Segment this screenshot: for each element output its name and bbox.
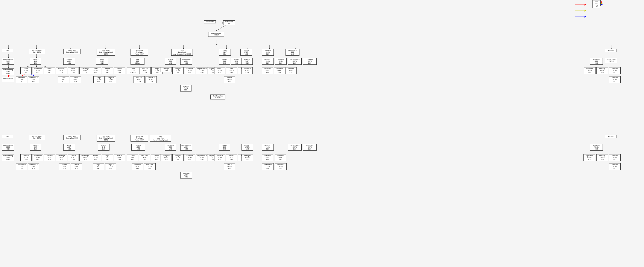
- strength-iii-bottom: Strength III(3:15)1001: [160, 154, 172, 161]
- healing-top: Healing(INST)1010: [240, 49, 252, 56]
- slowness-ii-bottom: Slowness II(4:30)0101: [275, 163, 286, 170]
- resistance-ii-top: Resistance II(0:22)0011: [32, 67, 43, 74]
- regeneration-iii-bottom: Regeneration III(0:48)1000: [196, 154, 208, 161]
- nether-wart-node: Nether Wart(+4): [223, 21, 235, 25]
- rabbit-foot-top: Rabbit FootFrog LegsFeather (COR): [130, 49, 148, 56]
- curse-b-top: Curse(1:00)0111: [58, 76, 69, 83]
- fatigue-ii-a-bottom: Fatigue II(4:30)0001: [93, 163, 104, 170]
- fatigue-ii-top: Fatigue(4:00)0001: [94, 76, 104, 83]
- slow-fall-ii-bottom: Slow Fall II(6:30)0001: [139, 154, 150, 161]
- thorns-a-top: Thorns(1:00)1011: [20, 67, 32, 74]
- jump-top: Jump(3:00)1100 b10: [130, 58, 144, 65]
- weakness-ii-bottom: Weakness(6:30)0001: [184, 154, 195, 161]
- waterbreathing-8-top: Waterbreathing(8:00)0010: [2, 68, 14, 75]
- gills-top: Gills: [2, 49, 13, 52]
- awkward-potion-node: Awkward potion0000 b4: [208, 32, 224, 37]
- prickly-powder-bark-top: Prickly PowderBark (COR): [29, 49, 45, 54]
- bubbling-potion-top: Bubbling potion0000 b8: [210, 95, 226, 99]
- blindness-top: Blindness(0:14)0111: [609, 67, 620, 74]
- swiftness-iii-bottom: Swiftness III(3:15)0100: [262, 154, 273, 161]
- strength-ii-b-top: Strength II(1:00)1001: [172, 67, 184, 74]
- regeneration-top: Regeneration(3:00)1000: [180, 58, 192, 65]
- talon-bottom: TalonLarge HeartLarge Unhealthy Heart: [150, 135, 171, 142]
- healing-iii-bottom: Healing III(INST)1010: [242, 154, 253, 161]
- legend-ferm-spd: Ferm. Spd*~0+3-4+13* ▶: [592, 4, 601, 5]
- swiftness-ii-a-top: Swiftness II(8:00)0100: [262, 58, 274, 65]
- antennae-top: Antennae: [605, 49, 617, 52]
- weakness-top: Weakness(0:22)0001: [184, 67, 195, 74]
- thorns-ii-top: Thorns II(2:00)1011: [30, 58, 41, 65]
- regeneration-ii-top: Regeneration II(2:00)1000: [196, 67, 208, 74]
- waterbreathing-13-bottom: Waterbreathing(13:00)0010: [2, 144, 14, 151]
- resistance-ii-b-bottom: Resistance II(0:48)0110: [28, 163, 39, 170]
- haste-iii-bottom: Haste III(2:15)1001: [114, 154, 125, 161]
- swiftness-ii-top: Swiftness II(1:00)0100: [242, 67, 253, 74]
- antennae-bottom: Antennae: [605, 135, 617, 138]
- curse-ii-a-bottom: Curse II(1:37)0110: [59, 163, 70, 170]
- jump-ii-bottom: Jump II(6:30)1001: [132, 144, 145, 151]
- arrows-layer: [0, 0, 644, 267]
- curse-top: Curse(2:15)0111: [68, 67, 79, 74]
- weakness-iii-bottom: Weakness(9:00)0001: [180, 172, 192, 178]
- jump-b-top: Jump(2:15)0100 b10: [127, 67, 139, 74]
- blindness-bottom: Blindness(0:32)0111: [609, 154, 620, 161]
- poison-ii-a-top: Poison II(0:22)0010: [214, 67, 226, 74]
- slow-fall-b-top: Slow Fall(8:00)0100: [134, 76, 145, 83]
- waterbreathing-18-bottom: Waterbreathing(18:00)0010: [2, 154, 14, 161]
- small-heaty-bottom: Small HeatySmall Unhealthy Heart (COR): [96, 135, 115, 142]
- invisibility-top: Invisibility(8:00)0110: [596, 67, 608, 74]
- cleansing-top: Cleansing(2:00)1111: [56, 67, 67, 74]
- poison-ii-top: Poison II(0:22)0010: [219, 58, 230, 65]
- legend: Redstone = +Dur*-5+6-7* ▶ Glowstone = +S…: [592, 2, 601, 6]
- weakness-ii-top: Weakness(4:00)0001: [180, 85, 192, 92]
- waterbreathing-ii-top: WaterbreathingII: [2, 77, 14, 82]
- water-bottle-node: Water Bottle: [204, 21, 216, 24]
- haste-ii-top: Haste II(2:15)1001: [114, 67, 125, 74]
- healing-ii-bottom: Healing II(INST)1010: [242, 144, 253, 151]
- strength-ii-bottom: Strength II(6:30)1001: [165, 144, 176, 151]
- cleansing-ii-top: Cleansing II(2:15)1111: [80, 67, 91, 74]
- slowness-top: Slowness(1:30)0101: [275, 58, 286, 65]
- fire-resistance-ii-top: Fire Resistance(INST)1100: [288, 58, 302, 65]
- jump-ii-a-bottom: Jump II(9:00)1001: [127, 154, 138, 161]
- harm-ii-b-top: Harm II(INST)0011: [224, 76, 235, 83]
- curse-ii-top: Curse II(0:22)0111: [70, 76, 81, 83]
- harm-top: Harm(INST)0010: [226, 67, 237, 74]
- thorns-ii-a-bottom: Thorns II(1:10)1110: [20, 154, 32, 161]
- waterbreathing-top: Waterbreathing(3:00)0010: [2, 58, 14, 65]
- fire-resistance-ii-bottom: Fire Resistance(INST)1100: [288, 144, 302, 151]
- poison-b-top: Poison(0:45)0010: [231, 58, 242, 65]
- legend-ferm-spd-label: Ferm. Spd*~0+3-4+13*: [592, 1, 600, 8]
- strength-ii-b-bottom: Strength II(3:15)1001: [172, 154, 184, 161]
- nightvision-a-bottom: Nightvision(INST)0110: [584, 154, 595, 161]
- thorns-ii-b-top: Thorns II(1:00)1011: [44, 67, 55, 74]
- gills-bottom: Gills: [2, 135, 13, 138]
- cleanse-ii-bottom: Cleanse II(1:37)1110: [63, 144, 75, 151]
- fatigue-ii-bottom: Fatigue II(3:15)1001: [102, 154, 113, 161]
- nightvision-13-bottom: Nightvision(13:00)0110: [590, 144, 603, 151]
- resistance-top: Resistance(1:00)0011: [16, 76, 27, 83]
- small-heaty-top: Small HeatySmall Unhealthy Heart (COR): [96, 49, 115, 56]
- blindness-ii-top: Blindness(0:14)0111: [609, 76, 620, 83]
- section-divider: [0, 128, 644, 128]
- svg-line-4: [216, 25, 226, 31]
- haste-ii-bottom: Haste II(9:45)1110: [98, 144, 110, 151]
- resistance-ii-a-bottom: Resistance II(1:37)0110: [16, 163, 27, 170]
- powder-slush-bottom: Powder SlushGlowing Goo (COR): [63, 135, 80, 140]
- diagram-container: Redstone = +Dur*-5+6-7* ▶ Glowstone = +S…: [0, 0, 644, 267]
- invisibility-bottom: Invisibility(18:00)0110: [596, 154, 608, 161]
- curse-ii-bottom: Curse II(1:37)0110: [68, 154, 79, 161]
- slow-fall-ii-b-bottom: Slow Fall II(3:15)0091: [144, 163, 156, 170]
- haste-top: Haste(4:30)1110: [96, 58, 108, 65]
- blindness-ii-bottom: Blindness(0:14)0111: [609, 163, 620, 170]
- incindiary-top: Incindiary(INST)1100: [303, 58, 317, 65]
- regeneration-ii-bottom: Regeneration II(2:00)1000: [180, 144, 192, 151]
- swiftness-ii-b-top: Swiftness II(8:00)0100: [262, 67, 273, 74]
- slowness-b-top: Slowness(4:00)0101: [286, 67, 297, 74]
- cleansing-ii-bottom: Cleansing II(1:37)0110: [56, 154, 67, 161]
- slowness-iii-bottom: Slowness III(1:37)0101: [262, 163, 274, 170]
- fatigue-iii-bottom: Fatigue III(1:37)0001: [105, 163, 116, 170]
- swiftness-ii-bottom: Swiftness II(6:30)0100: [262, 144, 274, 151]
- poison-iii-bottom: Poison III(0:48)0010: [214, 154, 226, 161]
- prickly-powder-bark-bottom: Prickly PowderBark (COR): [29, 135, 45, 140]
